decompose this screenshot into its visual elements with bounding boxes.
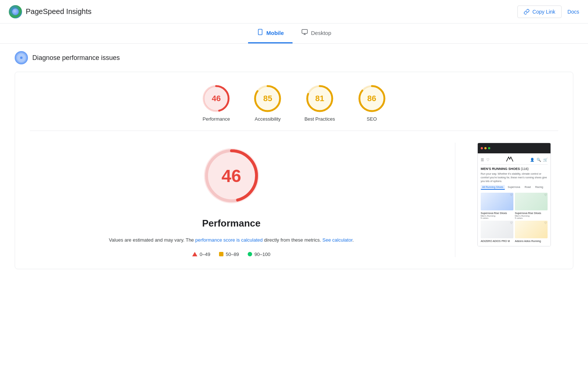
score-best-practices: 81 Best Practices [304, 84, 335, 122]
performance-detail: 46 Performance Values are estimated and … [30, 143, 558, 257]
score-value-performance: 46 [212, 94, 220, 103]
vertical-divider [455, 143, 455, 257]
adidas-logo [506, 156, 514, 162]
tab-desktop[interactable]: Desktop [293, 24, 340, 43]
dot-green [488, 147, 490, 149]
ss-product-3: ♡ ADIZERO ADIOS PRO M [481, 221, 513, 243]
score-value-best-practices: 81 [315, 94, 324, 103]
diagnose-title: Diagnose performance issues [32, 54, 120, 62]
gauge-seo: 86 [357, 84, 387, 113]
ss-tab-racing: Racing [534, 185, 545, 190]
tab-desktop-label: Desktop [311, 30, 331, 36]
logo-inner [12, 8, 19, 15]
ss-product-name-3: ADIZERO ADIOS PRO M [481, 239, 513, 243]
tab-mobile[interactable]: Mobile [248, 24, 293, 43]
app-title: PageSpeed Insights [26, 7, 92, 16]
main-content: Diagnose performance issues 46 Performan… [0, 44, 588, 285]
legend-fail: 0–49 [192, 252, 210, 257]
legend: 0–49 50–89 90–100 [30, 252, 433, 257]
header-left: PageSpeed Insights [9, 5, 92, 18]
ss-nav-right-icons: 👤 🔍 🛒 [530, 158, 548, 162]
perf-description: Values are estimated and may vary. The p… [30, 236, 433, 244]
ss-product-name-2: Supernova Rise Shoes [515, 211, 548, 215]
user-icon: 👤 [530, 158, 534, 162]
logo-icon [9, 5, 22, 18]
ss-product-img-2: ♡ [515, 193, 548, 210]
docs-link[interactable]: Docs [567, 9, 579, 15]
score-accessibility: 85 Accessibility [253, 84, 282, 122]
gauge-best-practices: 81 [305, 84, 334, 113]
screenshot: ☰ ♡ 👤 🔍 🛒 [477, 143, 551, 246]
header: PageSpeed Insights Copy Link Docs [0, 0, 588, 24]
scores-row: 46 Performance 85 Accessibility [30, 84, 558, 122]
ss-product-img-4: ♡ [515, 221, 548, 238]
score-value-accessibility: 85 [263, 94, 272, 103]
gauge-performance: 46 [201, 84, 231, 113]
svg-rect-2 [302, 29, 308, 33]
score-seo: 86 SEO [357, 84, 387, 122]
ss-product-name-4: Adizero Adios Running [515, 239, 548, 243]
perf-left: 46 Performance Values are estimated and … [30, 143, 433, 257]
score-label-seo: SEO [357, 116, 387, 122]
score-performance: 46 Performance [201, 84, 231, 122]
fail-icon [192, 252, 197, 256]
gauge-accessibility: 85 [253, 84, 282, 113]
copy-link-button[interactable]: Copy Link [517, 6, 562, 18]
legend-pass-label: 90–100 [254, 252, 270, 257]
ss-tabs: All Running Shoes Supernova Road Racing [481, 185, 548, 190]
copy-link-label: Copy Link [533, 9, 555, 15]
perf-score-link[interactable]: performance score is calculated [195, 237, 263, 243]
ss-products-grid: ♡ Supernova Rise Shoes Men's Running5 co… [481, 193, 548, 243]
score-value-seo: 86 [367, 94, 376, 103]
screenshot-body: ☰ ♡ 👤 🔍 🛒 [478, 153, 551, 246]
ss-heart-3: ♡ [510, 221, 513, 225]
score-card: 46 Performance 85 Accessibility [15, 72, 573, 269]
tabs-container: Mobile Desktop [0, 24, 588, 44]
score-label-best-practices: Best Practices [304, 116, 335, 122]
legend-fail-label: 0–49 [200, 252, 210, 257]
speedometer-icon [18, 54, 25, 61]
diagnose-icon [15, 51, 28, 64]
ss-nav: ☰ ♡ 👤 🔍 🛒 [481, 156, 548, 165]
legend-average: 50–89 [219, 252, 239, 257]
large-gauge-value: 46 [222, 166, 241, 186]
ss-product-2: ♡ Supernova Rise Shoes Men's Running5 co… [515, 193, 548, 219]
tab-mobile-label: Mobile [266, 30, 284, 36]
ss-heart-2: ♡ [544, 193, 547, 197]
perf-right: ☰ ♡ 👤 🔍 🛒 [477, 143, 558, 246]
legend-pass: 90–100 [248, 252, 270, 257]
ss-page-title: MEN'S RUNNING SHOES (116) [481, 167, 548, 171]
ss-tab-road: Road [523, 185, 532, 190]
see-calculator-link[interactable]: See calculator [322, 237, 352, 243]
ss-product-4: ♡ Adizero Adios Running [515, 221, 548, 243]
svg-point-6 [20, 57, 23, 59]
heart-icon: ♡ [486, 158, 490, 162]
ss-product-img-3: ♡ [481, 221, 513, 238]
ss-page-desc: Run your way. Whether it's stability, cl… [481, 172, 548, 183]
desktop-icon [301, 29, 308, 37]
hamburger-icon: ☰ [481, 158, 484, 162]
perf-desc-text: Values are estimated and may vary. The [109, 237, 194, 243]
ss-product-sub-2: Men's Running5 colors [515, 215, 548, 219]
ss-tab-all: All Running Shoes [481, 185, 505, 190]
ss-tab-supernova: Supernova [506, 185, 522, 190]
score-label-accessibility: Accessibility [253, 116, 282, 122]
header-right: Copy Link Docs [517, 6, 579, 18]
dot-red [481, 147, 483, 149]
perf-section-title: Performance [30, 218, 433, 229]
cart-icon: 🛒 [543, 158, 548, 162]
ss-product-name-1: Supernova Rise Shoes [481, 211, 513, 215]
ss-product-1: ♡ Supernova Rise Shoes Men's Running5 co… [481, 193, 513, 219]
ss-nav-icons: ☰ ♡ [481, 158, 490, 162]
ss-heart-1: ♡ [510, 193, 513, 197]
score-label-performance: Performance [201, 116, 231, 122]
ss-brand-logo [506, 156, 514, 163]
ss-product-sub-1: Men's Running5 colors [481, 215, 513, 219]
link-icon [524, 9, 530, 15]
ss-heart-4: ♡ [544, 221, 547, 225]
diagnose-header: Diagnose performance issues [15, 51, 573, 64]
large-gauge: 46 [198, 143, 265, 209]
average-icon [219, 252, 223, 256]
dot-yellow [484, 147, 487, 149]
screenshot-topbar [478, 143, 551, 153]
